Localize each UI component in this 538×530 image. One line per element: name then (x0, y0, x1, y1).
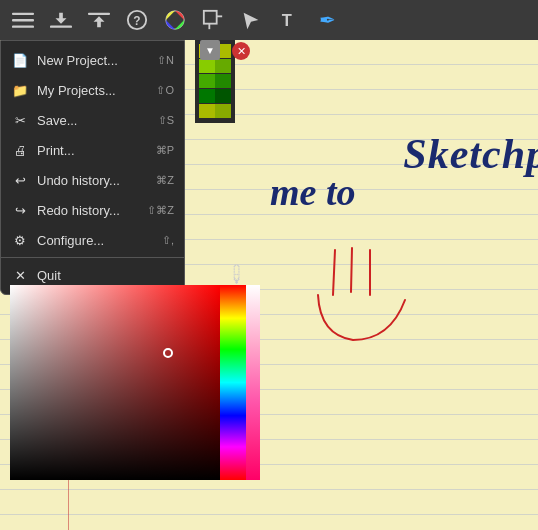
quit-label: Quit (37, 268, 174, 283)
undo-icon: ↩ (11, 171, 29, 189)
color-gradient-box[interactable] (10, 285, 220, 480)
download-button[interactable] (42, 2, 80, 38)
menu-item-save[interactable]: ✂ Save... ⇧S (1, 105, 184, 135)
menu-item-my-projects[interactable]: 📁 My Projects... ⇧O (1, 75, 184, 105)
redo-icon: ↪ (11, 201, 29, 219)
swatch-2-1[interactable] (199, 59, 215, 73)
save-shortcut: ⇧S (158, 114, 174, 127)
swatch-row-2 (199, 59, 231, 73)
color-picker-cursor (163, 348, 173, 358)
swatch-4-2[interactable] (215, 89, 231, 103)
menu-button[interactable] (4, 2, 42, 38)
crop-button[interactable] (194, 2, 232, 38)
swatch-row-3 (199, 74, 231, 88)
smiley-drawing (290, 240, 430, 360)
close-button[interactable]: ✕ (232, 42, 250, 60)
my-projects-shortcut: ⇧O (156, 84, 174, 97)
menu-item-redo-history[interactable]: ↪ Redo history... ⇧⌘Z (1, 195, 184, 225)
svg-rect-1 (12, 19, 34, 21)
swatch-row-4 (199, 89, 231, 103)
help-button[interactable]: ? (118, 2, 156, 38)
print-shortcut: ⌘P (156, 144, 174, 157)
configure-shortcut: ⇧, (162, 234, 174, 247)
redo-history-label: Redo history... (37, 203, 147, 218)
swatch-row-5 (199, 104, 231, 118)
swatch-3-2[interactable] (215, 74, 231, 88)
toolbar: ? T ✒ (0, 0, 538, 40)
save-icon: ✂ (11, 111, 29, 129)
welcome-text: me to (270, 170, 355, 214)
redo-shortcut: ⇧⌘Z (147, 204, 174, 217)
configure-label: Configure... (37, 233, 162, 248)
text-button[interactable]: T (270, 2, 308, 38)
color-expand-button[interactable]: ▼ (200, 40, 220, 60)
upload-button[interactable] (80, 2, 118, 38)
undo-shortcut: ⌘Z (156, 174, 174, 187)
swatch-5-2[interactable] (215, 104, 231, 118)
new-project-icon: 📄 (11, 51, 29, 69)
save-label: Save... (37, 113, 158, 128)
sketchpad-title: Sketchp (403, 130, 538, 178)
svg-rect-4 (88, 13, 110, 15)
swatch-5-1[interactable] (199, 104, 215, 118)
svg-point-8 (171, 16, 178, 23)
print-label: Print... (37, 143, 156, 158)
swatch-4-1[interactable] (199, 89, 215, 103)
pen-button[interactable]: ✒ (308, 2, 346, 38)
menu-item-undo-history[interactable]: ↩ Undo history... ⌘Z (1, 165, 184, 195)
svg-text:?: ? (133, 14, 140, 28)
menu-item-configure[interactable]: ⚙ Configure... ⇧, (1, 225, 184, 255)
alpha-slider[interactable] (246, 285, 260, 480)
my-projects-label: My Projects... (37, 83, 156, 98)
select-button[interactable] (232, 2, 270, 38)
svg-rect-2 (12, 26, 34, 28)
hue-slider[interactable] (220, 285, 246, 480)
print-icon: 🖨 (11, 141, 29, 159)
configure-icon: ⚙ (11, 231, 29, 249)
new-project-shortcut: ⇧N (157, 54, 174, 67)
menu-item-new-project[interactable]: 📄 New Project... ⇧N (1, 45, 184, 75)
dropdown-menu: 📄 New Project... ⇧N 📁 My Projects... ⇧O … (0, 40, 185, 295)
svg-rect-9 (204, 11, 217, 24)
menu-item-print[interactable]: 🖨 Print... ⌘P (1, 135, 184, 165)
color-wheel-button[interactable] (156, 2, 194, 38)
swatch-3-1[interactable] (199, 74, 215, 88)
quit-icon: ✕ (11, 266, 29, 284)
undo-history-label: Undo history... (37, 173, 156, 188)
new-project-label: New Project... (37, 53, 157, 68)
swatch-2-2[interactable] (215, 59, 231, 73)
svg-text:T: T (282, 11, 292, 29)
svg-rect-0 (12, 13, 34, 15)
svg-rect-3 (50, 26, 72, 28)
my-projects-icon: 📁 (11, 81, 29, 99)
